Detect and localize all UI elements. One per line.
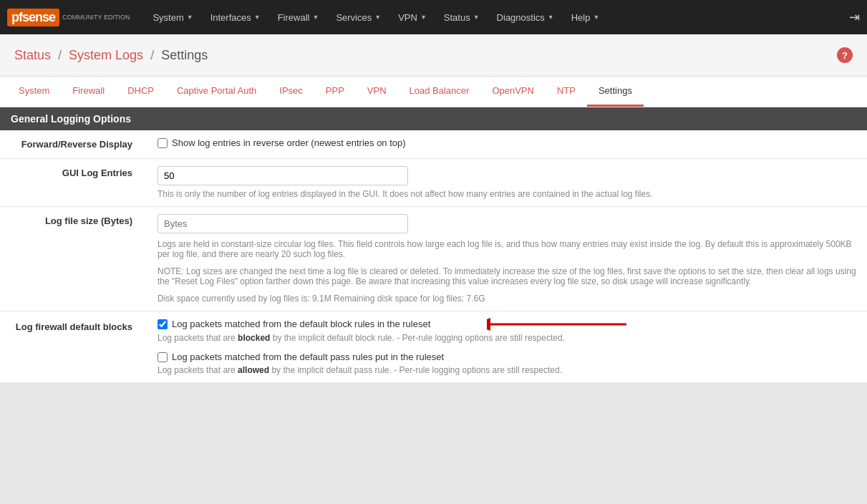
log-firewall-blocks-value: Log packets matched from the default blo… (143, 311, 867, 383)
settings-form: Forward/Reverse Display Show log entries… (0, 130, 867, 383)
firewall-block-checkbox1-container: Log packets matched from the default blo… (158, 319, 856, 329)
log-default-block-checkbox[interactable] (158, 319, 168, 329)
log-file-size-input[interactable] (158, 214, 408, 233)
tab-ppp[interactable]: PPP (314, 77, 356, 107)
gui-log-entries-value: This is only the number of log entries d… (143, 159, 867, 207)
forward-reverse-row: Forward/Reverse Display Show log entries… (0, 130, 867, 159)
blocked-bold: blocked (238, 333, 270, 343)
nav-status-arrow: ▼ (473, 14, 480, 21)
nav-diagnostics[interactable]: Diagnostics ▼ (488, 2, 563, 33)
forward-reverse-value: Show log entries in reverse order (newes… (143, 130, 867, 159)
nav-interfaces-arrow: ▼ (254, 14, 261, 21)
tab-vpn[interactable]: VPN (356, 77, 398, 107)
allowed-bold: allowed (238, 365, 269, 375)
tab-ntp[interactable]: NTP (546, 77, 587, 107)
section-header: General Logging Options (0, 107, 867, 130)
breadcrumb-status[interactable]: Status (14, 48, 51, 62)
log-default-pass-help: Log packets that are allowed by the impl… (158, 365, 856, 375)
pfsense-logo: pfsense (7, 9, 59, 26)
logout-button[interactable]: ⇥ (849, 9, 860, 25)
log-default-block-label: Log packets matched from the default blo… (172, 319, 430, 329)
log-file-size-help2: NOTE: Log sizes are changed the next tim… (158, 266, 856, 286)
nav-help[interactable]: Help ▼ (563, 2, 609, 33)
tab-load-balancer[interactable]: Load Balancer (398, 77, 481, 107)
tab-settings[interactable]: Settings (587, 77, 644, 107)
brand: pfsense COMMUNITY EDITION (7, 9, 130, 26)
nav-firewall[interactable]: Firewall ▼ (269, 2, 328, 33)
help-icon[interactable]: ? (837, 47, 853, 63)
breadcrumb: Status / System Logs / Settings (14, 48, 208, 63)
log-default-pass-label: Log packets matched from the default pas… (172, 352, 444, 362)
tab-openvpn[interactable]: OpenVPN (480, 77, 546, 107)
breadcrumb-bar: Status / System Logs / Settings ? (0, 34, 867, 77)
nav-system-arrow: ▼ (187, 14, 193, 21)
gui-log-entries-row: GUI Log Entries This is only the number … (0, 159, 867, 207)
edition-label: COMMUNITY EDITION (62, 14, 130, 21)
nav-diagnostics-arrow: ▼ (548, 14, 554, 21)
log-file-size-label: Log file size (Bytes) (0, 207, 143, 311)
nav-services-arrow: ▼ (374, 14, 381, 21)
log-file-size-help1: Logs are held in constant-size circular … (158, 239, 856, 259)
nav-firewall-arrow: ▼ (312, 14, 319, 21)
log-firewall-blocks-row: Log firewall default blocks Log packets … (0, 311, 867, 383)
forward-reverse-checkbox-row: Show log entries in reverse order (newes… (158, 137, 856, 148)
log-default-pass-checkbox[interactable] (158, 352, 168, 362)
navbar: pfsense COMMUNITY EDITION System ▼ Inter… (0, 0, 867, 34)
forward-reverse-label: Forward/Reverse Display (0, 130, 143, 159)
breadcrumb-current: Settings (161, 48, 208, 62)
breadcrumb-system-logs[interactable]: System Logs (69, 48, 143, 62)
nav-vpn-arrow: ▼ (420, 14, 427, 21)
log-firewall-blocks-label: Log firewall default blocks (0, 311, 143, 383)
nav-menu: System ▼ Interfaces ▼ Firewall ▼ Service… (144, 2, 849, 33)
main-content: General Logging Options Forward/Reverse … (0, 107, 867, 383)
tab-captive-portal-auth[interactable]: Captive Portal Auth (165, 77, 268, 107)
tab-firewall[interactable]: Firewall (61, 77, 116, 107)
logo-pf: pf (11, 10, 22, 24)
breadcrumb-sep-2: / (150, 48, 158, 62)
log-file-size-row: Log file size (Bytes) Logs are held in c… (0, 207, 867, 311)
gui-log-entries-help: This is only the number of log entries d… (158, 189, 856, 199)
nav-system[interactable]: System ▼ (144, 2, 201, 33)
log-file-size-value: Logs are held in constant-size circular … (143, 207, 867, 311)
gui-log-entries-label: GUI Log Entries (0, 159, 143, 207)
gui-log-entries-input[interactable] (158, 166, 408, 185)
nav-status[interactable]: Status ▼ (435, 2, 488, 33)
breadcrumb-sep-1: / (58, 48, 65, 62)
tab-system[interactable]: System (7, 77, 61, 107)
forward-reverse-checkbox-label: Show log entries in reverse order (newes… (172, 137, 406, 148)
tab-ipsec[interactable]: IPsec (268, 77, 314, 107)
nav-interfaces[interactable]: Interfaces ▼ (202, 2, 269, 33)
firewall-pass-checkbox2-container: Log packets matched from the default pas… (158, 352, 856, 362)
nav-help-arrow: ▼ (593, 14, 599, 21)
tabs-bar: System Firewall DHCP Captive Portal Auth… (0, 77, 867, 107)
red-arrow-annotation (487, 314, 630, 335)
disk-info: Disk space currently used by log files i… (158, 294, 856, 304)
forward-reverse-checkbox[interactable] (158, 138, 168, 148)
nav-services[interactable]: Services ▼ (327, 2, 389, 33)
nav-vpn[interactable]: VPN ▼ (389, 2, 435, 33)
red-arrow-svg (487, 314, 630, 335)
tab-dhcp[interactable]: DHCP (116, 77, 165, 107)
